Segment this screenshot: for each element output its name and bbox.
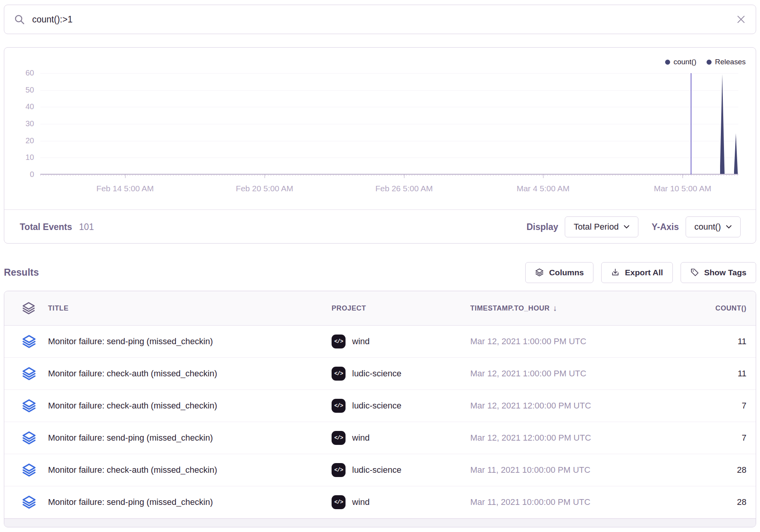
display-dropdown[interactable]: Total Period [565,216,638,237]
y-axis-tick-label: 40 [4,102,34,111]
x-axis-tick-label: Feb 20 5:00 AM [236,184,293,193]
table-actions: Columns Export All Show Tags [525,262,756,283]
gridline [40,107,738,107]
project-name: wind [352,497,370,507]
table-row[interactable]: Monitor failure: check-auth (missed_chec… [4,358,756,390]
table-row[interactable]: Monitor failure: send-ping (missed_check… [4,326,756,358]
chart-footer: Total Events 101 Display Total Period Y-… [4,210,756,244]
layers-icon [22,398,48,413]
x-axis-tick-label: Feb 26 5:00 AM [375,184,433,193]
sort-desc-icon: ↓ [553,304,557,313]
x-axis-tick-label: Mar 10 5:00 AM [654,184,711,193]
export-all-button[interactable]: Export All [601,262,672,283]
project-name: ludic-science [352,369,401,379]
project-cell: </> ludic-science [332,399,470,413]
total-events-label: Total Events [20,222,72,232]
chart-plot-area[interactable] [40,73,738,175]
project-name: wind [352,336,370,347]
chevron-down-icon [624,225,629,229]
project-cell: </> wind [332,431,470,445]
legend-item-count[interactable]: count() [665,58,696,66]
table-footer [4,518,756,527]
gridline [40,158,738,158]
x-axis-tick [543,175,543,178]
search-bar [4,5,756,34]
results-table: TITLE PROJECT TIMESTAMP.TO_HOUR ↓ COUNT(… [4,291,756,527]
x-axis-tick-label: Mar 4 5:00 AM [517,184,570,193]
event-count: 28 [633,497,746,507]
table-row[interactable]: Monitor failure: check-auth (missed_chec… [4,390,756,422]
show-tags-button[interactable]: Show Tags [681,262,756,283]
download-icon [611,268,620,277]
event-count: 11 [633,336,746,347]
platform-code-icon: </> [332,367,346,381]
tag-icon [690,268,699,277]
platform-code-icon: </> [332,463,346,477]
discover-results-page: count() Releases 6050403020100 Feb 14 5:… [0,0,760,532]
show-tags-button-label: Show Tags [704,268,746,277]
column-header-project[interactable]: PROJECT [332,304,470,312]
table-header-row: TITLE PROJECT TIMESTAMP.TO_HOUR ↓ COUNT(… [4,291,756,326]
events-chart-panel: count() Releases 6050403020100 Feb 14 5:… [4,47,756,244]
search-input[interactable] [32,14,736,25]
export-all-button-label: Export All [625,268,663,277]
event-title: Monitor failure: send-ping (missed_check… [48,497,332,507]
x-axis-tick-label: Feb 14 5:00 AM [96,184,154,193]
project-name: wind [352,433,370,443]
project-name: ludic-science [352,465,401,475]
table-row[interactable]: Monitor failure: send-ping (missed_check… [4,486,756,518]
project-cell: </> wind [332,495,470,509]
column-header-count[interactable]: COUNT() [633,304,746,312]
project-name: ludic-science [352,401,401,411]
event-title: Monitor failure: send-ping (missed_check… [48,433,332,443]
layers-icon[interactable] [22,301,48,315]
search-icon [14,14,25,25]
project-cell: </> ludic-science [332,463,470,477]
gridline [40,141,738,141]
layers-icon [22,334,48,349]
count-spike[interactable] [734,133,738,174]
table-row[interactable]: Monitor failure: check-auth (missed_chec… [4,454,756,486]
event-timestamp: Mar 12, 2021 12:00:00 PM UTC [470,433,633,443]
yaxis-dropdown-value: count() [695,222,721,232]
release-marker-line[interactable] [691,73,691,175]
yaxis-dropdown[interactable]: count() [686,216,741,237]
event-timestamp: Mar 12, 2021 12:00:00 PM UTC [470,401,633,411]
y-axis-tick-label: 20 [4,136,34,145]
layers-icon [22,495,48,510]
display-dropdown-value: Total Period [574,222,619,232]
x-axis: Feb 14 5:00 AMFeb 20 5:00 AMFeb 26 5:00 … [40,184,738,195]
x-axis-tick [404,175,404,178]
event-count: 7 [633,401,746,411]
x-axis-tick [683,175,683,178]
y-axis-tick-label: 30 [4,119,34,128]
column-header-title[interactable]: TITLE [48,304,332,312]
event-timestamp: Mar 11, 2021 10:00:00 PM UTC [470,465,633,475]
platform-code-icon: </> [332,431,346,445]
columns-button[interactable]: Columns [525,262,593,283]
gridline [40,124,738,124]
layers-icon [535,268,544,277]
x-axis-tick [265,175,265,178]
y-axis-tick-label: 50 [4,86,34,94]
legend-label-count: count() [674,58,696,66]
event-timestamp: Mar 12, 2021 1:00:00 PM UTC [470,369,633,379]
event-timestamp: Mar 12, 2021 1:00:00 PM UTC [470,336,633,347]
project-cell: </> wind [332,335,470,348]
event-title: Monitor failure: send-ping (missed_check… [48,336,332,347]
y-axis: 6050403020100 [4,73,34,175]
results-header-row: Results Columns Export All Show Tags [4,258,756,287]
legend-label-releases: Releases [715,58,746,66]
column-header-timestamp-label: TIMESTAMP.TO_HOUR [470,304,550,312]
x-axis-tick [125,175,126,178]
clear-search-icon[interactable] [736,14,746,25]
column-header-timestamp[interactable]: TIMESTAMP.TO_HOUR ↓ [470,304,633,313]
event-timestamp: Mar 11, 2021 10:00:00 PM UTC [470,497,633,507]
columns-button-label: Columns [549,268,584,277]
table-row[interactable]: Monitor failure: send-ping (missed_check… [4,422,756,454]
legend-item-releases[interactable]: Releases [707,58,746,66]
gridline [40,73,738,74]
chart-legend: count() Releases [665,58,746,66]
event-count: 11 [633,369,746,379]
layers-icon [22,463,48,477]
